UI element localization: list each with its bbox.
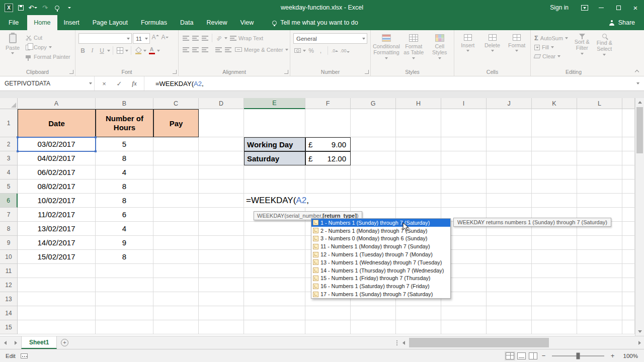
cell-E8[interactable] <box>244 222 305 236</box>
cell-J12[interactable] <box>487 278 532 292</box>
autocomplete-option[interactable]: 15 - Numbers 1 (Friday) through 7 (Thurs… <box>311 275 450 283</box>
cell-I1[interactable] <box>441 109 487 137</box>
cell-H1[interactable] <box>396 109 441 137</box>
cell-D15[interactable] <box>199 320 244 334</box>
cell-K2[interactable] <box>532 137 577 151</box>
vertical-scroll-thumb[interactable] <box>636 107 643 153</box>
cell-G6[interactable] <box>351 194 396 208</box>
tab-formulas[interactable]: Formulas <box>134 15 174 30</box>
wrap-text-button[interactable]: Wrap Text <box>228 35 265 42</box>
cell-F4[interactable] <box>305 165 351 179</box>
cell-L3[interactable] <box>577 151 622 165</box>
cell-B15[interactable] <box>96 320 153 334</box>
borders-button[interactable] <box>116 46 124 55</box>
cell-E11[interactable] <box>244 264 305 278</box>
cell-A2[interactable]: 03/02/2017 <box>18 137 96 151</box>
cell-B9[interactable]: 9 <box>96 236 153 250</box>
page-break-view-button[interactable] <box>529 352 537 359</box>
cell-F14[interactable] <box>305 306 351 320</box>
cell-D1[interactable] <box>199 109 244 137</box>
cell-K14[interactable] <box>532 306 577 320</box>
cell-C2[interactable] <box>153 137 199 151</box>
find-select-button[interactable]: Find & Select <box>595 33 614 60</box>
cell-K15[interactable] <box>532 320 577 334</box>
conditional-formatting-button[interactable]: Conditional Formatting <box>373 33 400 59</box>
cell-E5[interactable] <box>244 179 305 194</box>
close-button[interactable]: × <box>627 0 644 15</box>
cell-D11[interactable] <box>199 264 244 278</box>
autocomplete-option[interactable]: 2 - Numbers 1 (Monday) through 7 (Sunday… <box>311 227 450 235</box>
cell-F3[interactable]: £12.00 <box>305 151 351 165</box>
cell-G5[interactable] <box>351 179 396 194</box>
cell-E15[interactable] <box>244 320 305 334</box>
cell-F5[interactable] <box>305 179 351 194</box>
italic-button[interactable]: I <box>88 46 97 55</box>
enter-formula-button[interactable]: ✓ <box>112 76 127 90</box>
cell-B11[interactable] <box>96 264 153 278</box>
increase-decimal-button[interactable]: .0 <box>331 46 339 55</box>
cell-C12[interactable] <box>153 278 199 292</box>
restore-button[interactable] <box>610 0 627 15</box>
column-header-H[interactable]: H <box>396 98 441 109</box>
cell-J14[interactable] <box>487 306 532 320</box>
cell-E13[interactable] <box>244 292 305 306</box>
cell-E10[interactable] <box>244 250 305 264</box>
copy-button[interactable]: Copy <box>24 44 72 51</box>
tab-review[interactable]: Review <box>200 15 233 30</box>
cancel-formula-button[interactable]: × <box>97 76 112 90</box>
cell-C4[interactable] <box>153 165 199 179</box>
align-left-button[interactable] <box>182 45 190 54</box>
cell-D5[interactable] <box>199 179 244 194</box>
cell-D9[interactable] <box>199 236 244 250</box>
cell-L14[interactable] <box>577 306 622 320</box>
tab-splitter-handle[interactable] <box>394 336 399 349</box>
column-header-L[interactable]: L <box>577 98 622 109</box>
cell-K11[interactable] <box>532 264 577 278</box>
cell-L1[interactable] <box>577 109 622 137</box>
clear-button[interactable]: Clear <box>533 53 570 60</box>
column-header-E[interactable]: E <box>244 98 305 109</box>
merge-center-button[interactable]: Merge & Center <box>233 46 290 53</box>
cell-B6[interactable]: 8 <box>96 194 153 208</box>
cell-A9[interactable]: 14/02/2017 <box>18 236 96 250</box>
previous-sheet-button[interactable] <box>0 336 11 349</box>
format-as-table-button[interactable]: Format as Table <box>401 33 426 59</box>
decrease-font-size-button[interactable]: A <box>160 34 169 43</box>
cell-E3[interactable]: Saturday <box>244 151 305 165</box>
cell-G15[interactable] <box>351 320 396 334</box>
format-painter-button[interactable]: Format Painter <box>24 53 72 60</box>
cell-L9[interactable] <box>577 236 622 250</box>
align-right-button[interactable] <box>201 45 209 54</box>
insert-function-button[interactable]: fx <box>127 76 142 90</box>
cell-K4[interactable] <box>532 165 577 179</box>
page-layout-view-button[interactable] <box>517 352 526 359</box>
column-header-F[interactable]: F <box>305 98 351 109</box>
zoom-in-button[interactable]: + <box>609 352 616 359</box>
horizontal-scroll-track[interactable] <box>408 336 635 349</box>
horizontal-scrollbar[interactable] <box>399 336 644 349</box>
cell-L10[interactable] <box>577 250 622 264</box>
autocomplete-option[interactable]: 11 - Numbers 1 (Monday) through 7 (Sunda… <box>311 242 450 250</box>
cell-D3[interactable] <box>199 151 244 165</box>
tab-home[interactable]: Home <box>27 15 57 30</box>
row-header-12[interactable]: 12 <box>0 278 18 292</box>
cell-I4[interactable] <box>441 165 487 179</box>
cell-A12[interactable] <box>18 278 96 292</box>
align-top-button[interactable] <box>182 33 190 43</box>
percent-style-button[interactable]: % <box>307 46 315 55</box>
comma-style-button[interactable]: , <box>316 46 325 55</box>
cell-J15[interactable] <box>487 320 532 334</box>
formula-input[interactable]: =WEEKDAY(A2, <box>144 76 632 90</box>
sign-in-button[interactable]: Sign in <box>550 4 569 11</box>
cell-A11[interactable] <box>18 264 96 278</box>
cell-E12[interactable] <box>244 278 305 292</box>
cell-G1[interactable] <box>351 109 396 137</box>
cell-H15[interactable] <box>396 320 441 334</box>
paste-button[interactable]: Paste <box>1 31 24 60</box>
cell-L2[interactable] <box>577 137 622 151</box>
cell-H4[interactable] <box>396 165 441 179</box>
cell-D10[interactable] <box>199 250 244 264</box>
select-all-button[interactable] <box>0 98 18 109</box>
tell-me-box[interactable]: Tell me what you want to do <box>272 15 358 30</box>
row-header-15[interactable]: 15 <box>0 320 18 334</box>
